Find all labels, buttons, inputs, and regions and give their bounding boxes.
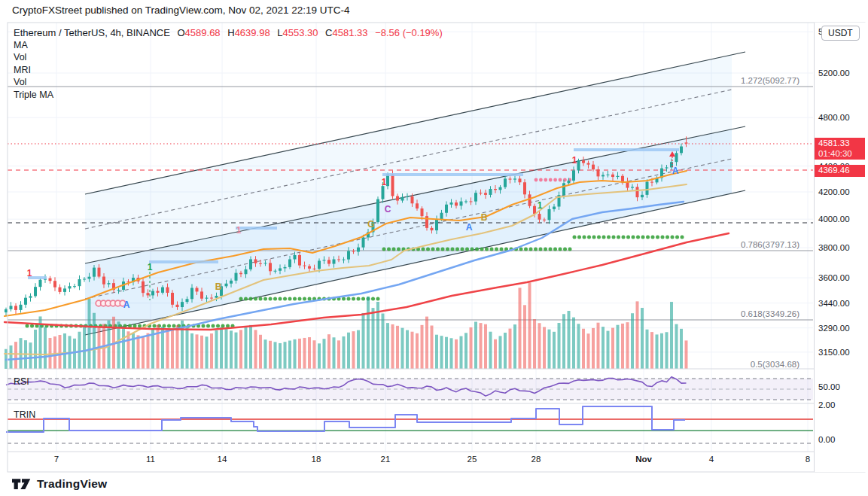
mri-green-dot bbox=[524, 248, 528, 251]
mri-green-dot bbox=[617, 236, 620, 239]
mri-green-dot bbox=[244, 297, 248, 301]
mri-green-dot bbox=[675, 236, 679, 239]
mri-green-dot bbox=[465, 248, 469, 251]
mri-pink-dot bbox=[544, 178, 547, 182]
mri-green-dot bbox=[583, 236, 586, 239]
price-axis-label: 3600.00 bbox=[818, 273, 850, 282]
wave-label: B bbox=[481, 212, 488, 223]
mri-green-dot bbox=[539, 248, 543, 251]
mri-green-dot bbox=[436, 248, 440, 251]
bar-countdown: 01:40:30 bbox=[818, 149, 862, 160]
mri-green-dot bbox=[269, 297, 273, 301]
mri-green-dot bbox=[607, 236, 611, 239]
mri-green-dot bbox=[392, 248, 396, 251]
mri-green-dot bbox=[138, 324, 142, 328]
wave-label: C bbox=[385, 204, 391, 215]
price-axis-label: 3440.00 bbox=[818, 299, 850, 308]
tradingview-attribution[interactable]: TradingView bbox=[12, 475, 107, 493]
indicator-label-ma-0[interactable]: MA bbox=[14, 39, 53, 51]
mri-green-dot bbox=[602, 236, 606, 239]
time-axis-label: 7 bbox=[54, 455, 59, 464]
mri-green-dot bbox=[626, 236, 630, 239]
mri-pink-dot bbox=[535, 178, 538, 182]
indicator-label-vol-3[interactable]: Vol bbox=[14, 76, 53, 88]
mri-green-dot bbox=[651, 236, 655, 239]
alert-price-value: 4369.46 bbox=[818, 166, 862, 176]
mri-green-dot bbox=[559, 248, 562, 251]
mri-green-dot bbox=[553, 248, 557, 251]
mri-green-dot bbox=[426, 248, 430, 251]
mri-green-dot bbox=[471, 248, 474, 251]
mri-green-dot bbox=[544, 248, 547, 251]
mri-green-dot bbox=[263, 297, 267, 301]
mri-green-dot bbox=[646, 236, 650, 239]
mri-green-dot bbox=[279, 297, 282, 301]
mri-green-dot bbox=[308, 297, 312, 301]
wave-label: G bbox=[367, 219, 374, 230]
mri-green-dot bbox=[519, 248, 523, 251]
ohlc-change: −8.56 (−0.19%) bbox=[375, 27, 443, 38]
mri-green-dot bbox=[254, 297, 257, 301]
wave-label: 1 bbox=[236, 225, 242, 236]
wave-label: 1 bbox=[572, 155, 577, 166]
mri-green-dot bbox=[612, 236, 616, 239]
mri-green-dot bbox=[441, 248, 445, 251]
mri-green-dot bbox=[592, 236, 596, 239]
price-axis-label: 3290.00 bbox=[818, 324, 850, 333]
price-axis-label: 3800.00 bbox=[818, 243, 850, 252]
ohlc-close: 4581.33 bbox=[333, 27, 368, 38]
time-axis-label: 11 bbox=[146, 455, 155, 464]
mri-green-dot bbox=[568, 248, 572, 251]
fib-level-label: 0.5(3034.68) bbox=[723, 360, 799, 369]
wave-label: A bbox=[672, 166, 679, 176]
price-axis-label: 4800.00 bbox=[818, 113, 850, 122]
price-axis[interactable]: 5600.005200.004800.004400.004200.004000.… bbox=[814, 23, 866, 472]
price-axis-label: 5200.00 bbox=[818, 68, 850, 78]
ohlc-open: 4589.68 bbox=[185, 27, 221, 38]
currency-toggle-button[interactable]: USDT bbox=[821, 26, 860, 41]
price-axis-label: 4000.00 bbox=[818, 215, 850, 224]
mri-green-dot bbox=[490, 248, 494, 251]
mri-green-dot bbox=[451, 248, 455, 251]
mri-green-dot bbox=[485, 248, 489, 251]
mri-green-dot bbox=[347, 297, 351, 301]
time-axis-label: 4 bbox=[709, 455, 714, 464]
mri-green-dot bbox=[397, 248, 400, 251]
mri-green-dot bbox=[480, 248, 484, 251]
mri-green-dot bbox=[361, 297, 365, 301]
symbol-legend: Ethereum / TetherUS, 4h, BINANCE O4589.6… bbox=[14, 27, 443, 38]
mri-green-dot bbox=[577, 236, 581, 239]
mri-green-dot bbox=[636, 236, 640, 239]
time-axis-label: 21 bbox=[381, 455, 391, 464]
indicator-label-mri-2[interactable]: MRI bbox=[14, 64, 53, 76]
rsi-axis-value: 50.00 bbox=[818, 382, 840, 391]
ohlc-low: 4553.30 bbox=[282, 27, 318, 38]
trin-axis-top-value: 2.00 bbox=[818, 400, 835, 409]
mri-green-dot bbox=[641, 236, 645, 239]
mri-green-dot bbox=[671, 236, 675, 239]
rsi-pane-label[interactable]: RSI bbox=[14, 376, 29, 387]
tradingview-logo-icon bbox=[12, 478, 32, 491]
symbol-title[interactable]: Ethereum / TetherUS, 4h, BINANCE bbox=[14, 27, 170, 38]
mri-green-dot bbox=[661, 236, 665, 239]
mri-green-dot bbox=[529, 248, 533, 251]
last-price-value: 4581.33 bbox=[818, 138, 862, 149]
mri-green-dot bbox=[382, 248, 386, 251]
indicator-label-vol-1[interactable]: Vol bbox=[14, 51, 53, 63]
time-axis[interactable]: 7111418212528Nov48 bbox=[8, 452, 813, 471]
indicator-label-triple-ma-4[interactable]: Triple MA bbox=[14, 89, 53, 101]
mri-pink-dot bbox=[559, 178, 562, 182]
trin-pane-label[interactable]: TRIN bbox=[14, 409, 35, 420]
mri-green-dot bbox=[239, 297, 243, 301]
mri-green-dot bbox=[249, 297, 253, 301]
mri-green-dot bbox=[455, 248, 459, 251]
mri-green-dot bbox=[632, 236, 635, 239]
mri-green-dot bbox=[665, 236, 669, 239]
fib-level-label: 0.786(3797.13) bbox=[723, 240, 799, 249]
ohlc-high-key: H bbox=[227, 27, 234, 38]
ohlc-high: 4639.98 bbox=[235, 27, 270, 38]
wave-label: A bbox=[123, 300, 130, 310]
mri-green-dot bbox=[259, 297, 263, 301]
mri-green-dot bbox=[534, 248, 538, 251]
tradingview-screenshot: CryptoFXStreet published on TradingView.… bbox=[0, 0, 868, 496]
